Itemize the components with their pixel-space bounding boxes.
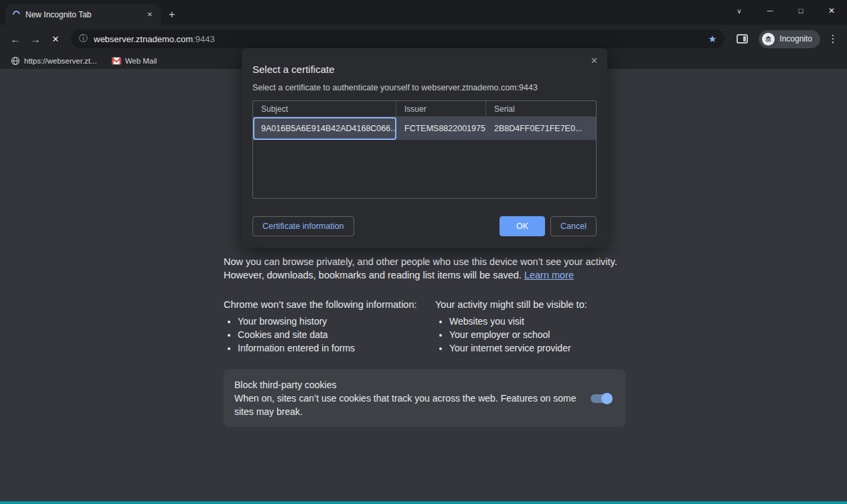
column-header-issuer: Issuer xyxy=(396,101,486,116)
bookmark-item-webmail[interactable]: Web Mail xyxy=(108,54,161,68)
list-item: Your internet service provider xyxy=(449,341,587,355)
incognito-content: Now you can browse privately, and other … xyxy=(224,255,639,427)
dialog-title: Select a certificate xyxy=(252,63,597,76)
window-chevron-icon[interactable]: ∨ xyxy=(724,0,755,21)
table-empty-area xyxy=(253,140,596,198)
intro-line-1: Now you can browse privately, and other … xyxy=(224,255,639,268)
dialog-actions: Certificate information OK Cancel xyxy=(252,216,597,236)
loading-spinner-icon xyxy=(11,9,21,19)
wont-save-list: Your browsing history Cookies and site d… xyxy=(224,315,435,355)
list-item: Cookies and site data xyxy=(238,328,435,341)
side-panel-icon[interactable] xyxy=(737,34,748,44)
list-item: Information entered in forms xyxy=(238,341,435,355)
block-cookies-card: Block third-party cookies When on, sites… xyxy=(224,369,625,427)
url-text: webserver.ztnademo.com:9443 xyxy=(94,34,702,44)
bookmark-item-webserver[interactable]: https://webserver.zt... xyxy=(7,54,101,68)
dialog-close-icon[interactable]: ✕ xyxy=(591,56,598,66)
block-cookies-title: Block third-party cookies xyxy=(234,378,581,392)
dialog-subtitle: Select a certificate to authenticate you… xyxy=(252,82,597,93)
screen-edge-accent xyxy=(0,501,847,504)
cell-subject[interactable]: 9A016B5A6E914B42AD4168C066... xyxy=(253,117,396,140)
site-info-icon[interactable]: ⓘ xyxy=(79,33,88,45)
tab-close-icon[interactable]: ✕ xyxy=(145,9,155,19)
tab-new-incognito[interactable]: New Incognito Tab ✕ xyxy=(5,4,161,25)
certificate-dialog: ✕ Select a certificate Select a certific… xyxy=(242,48,607,248)
block-cookies-description: When on, sites can’t use cookies that tr… xyxy=(234,392,577,418)
incognito-profile-badge[interactable]: Incognito xyxy=(759,30,820,48)
wont-save-column: Chrome won’t save the following informat… xyxy=(224,298,435,355)
ok-button[interactable]: OK xyxy=(499,216,545,236)
wont-save-heading: Chrome won’t save the following informat… xyxy=(224,298,435,311)
list-item: Websites you visit xyxy=(449,315,587,328)
cell-issuer: FCTEMS8822001975 xyxy=(396,117,486,140)
intro-line-2: However, downloads, bookmarks and readin… xyxy=(224,270,522,280)
column-header-serial: Serial xyxy=(486,101,596,116)
globe-icon xyxy=(11,56,20,66)
table-header-row: Subject Issuer Serial xyxy=(253,101,596,117)
list-item: Your browsing history xyxy=(238,315,435,328)
learn-more-link[interactable]: Learn more xyxy=(524,270,574,280)
certificate-information-button[interactable]: Certificate information xyxy=(252,216,354,236)
back-button[interactable]: ← xyxy=(5,29,25,49)
window-close-icon[interactable]: ✕ xyxy=(816,0,847,21)
toggle-knob xyxy=(601,393,613,404)
info-columns: Chrome won’t save the following informat… xyxy=(224,298,639,355)
window-maximize-icon[interactable]: □ xyxy=(785,0,816,21)
stop-loading-button[interactable]: ✕ xyxy=(46,29,66,49)
visible-to-heading: Your activity might still be visible to: xyxy=(435,298,587,311)
bookmark-label: https://webserver.zt... xyxy=(24,57,97,65)
mail-icon xyxy=(112,57,121,65)
cancel-button[interactable]: Cancel xyxy=(550,216,597,236)
intro-paragraph: Now you can browse privately, and other … xyxy=(224,255,639,282)
visible-to-column: Your activity might still be visible to:… xyxy=(435,298,587,355)
window-controls: ∨ ─ □ ✕ xyxy=(724,0,847,21)
column-header-subject: Subject xyxy=(253,101,396,116)
visible-to-list: Websites you visit Your employer or scho… xyxy=(435,315,587,355)
certificate-row-selected[interactable]: 9A016B5A6E914B42AD4168C066... FCTEMS8822… xyxy=(253,117,596,140)
tab-strip: New Incognito Tab ✕ + ∨ ─ □ ✕ xyxy=(0,0,847,25)
certificate-table: Subject Issuer Serial 9A016B5A6E914B42AD… xyxy=(252,100,597,199)
window-minimize-icon[interactable]: ─ xyxy=(755,0,785,21)
block-cookies-toggle[interactable] xyxy=(591,394,611,403)
new-tab-button[interactable]: + xyxy=(161,4,183,25)
bookmark-label: Web Mail xyxy=(125,57,157,65)
incognito-icon xyxy=(762,33,775,46)
browser-window: New Incognito Tab ✕ + ∨ ─ □ ✕ ← → ✕ ⓘ we… xyxy=(0,0,847,504)
url-host: webserver.ztnademo.com xyxy=(94,34,193,44)
menu-icon[interactable]: ⋮ xyxy=(824,33,842,45)
forward-button[interactable]: → xyxy=(25,29,46,49)
bookmark-star-icon[interactable]: ★ xyxy=(708,33,717,44)
tab-title: New Incognito Tab xyxy=(25,10,139,19)
address-bar[interactable]: ⓘ webserver.ztnademo.com:9443 ★ xyxy=(71,29,724,48)
url-port: :9443 xyxy=(193,34,215,44)
cell-serial: 2B8D4FF0E71FE7E0... xyxy=(486,117,596,140)
list-item: Your employer or school xyxy=(449,328,587,341)
incognito-label: Incognito xyxy=(779,34,812,44)
